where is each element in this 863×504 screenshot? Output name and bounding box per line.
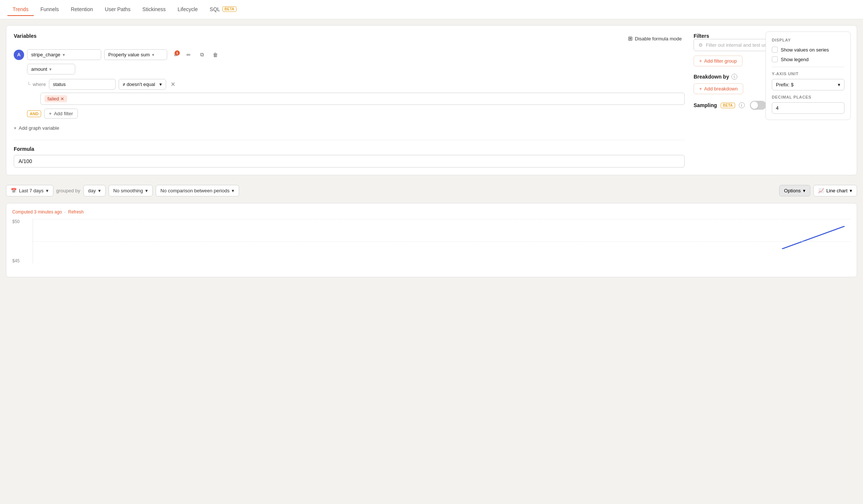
- show-legend-checkbox-row[interactable]: Show legend: [772, 56, 844, 62]
- add-filter-plus-icon: +: [49, 111, 52, 116]
- filter-notification-dot: 1: [175, 50, 180, 56]
- options-chevron-icon: ▾: [803, 188, 806, 193]
- event-selector[interactable]: stripe_charge ▾: [27, 49, 101, 60]
- y-label-bottom: $45: [12, 258, 31, 263]
- variables-title: Variables: [14, 33, 37, 39]
- remove-tag-icon[interactable]: ✕: [60, 96, 64, 102]
- nav-item-lifecycle[interactable]: Lifecycle: [172, 3, 203, 16]
- property-chevron-icon: ▾: [49, 67, 52, 72]
- chart-type-button[interactable]: 📈 Line chart ▾: [813, 185, 857, 196]
- where-section: └ where ≠ doesn't equal ▾ ✕ failed ✕: [27, 79, 685, 105]
- variable-a-badge: A: [14, 50, 24, 60]
- add-filter-group-button[interactable]: + Add filter group: [694, 56, 743, 66]
- y-axis-labels: $50 $45: [12, 219, 31, 263]
- chart-plot: [33, 219, 851, 263]
- nav-item-user-paths[interactable]: User Paths: [100, 3, 136, 16]
- add-graph-plus-icon: +: [14, 125, 17, 131]
- decimal-places-label: DECIMAL PLACES: [772, 95, 844, 99]
- display-divider: [772, 67, 844, 67]
- smoothing-button[interactable]: No smoothing ▾: [109, 185, 153, 196]
- main-panel: Variables ⊞ Disable formula mode A strip…: [6, 25, 857, 175]
- y-axis-unit-label: Y-AXIS UNIT: [772, 72, 844, 76]
- top-navigation: Trends Funnels Retention User Paths Stic…: [0, 0, 863, 19]
- formula-section: Formula: [14, 140, 685, 168]
- filter-key-input[interactable]: [49, 79, 116, 90]
- delete-icon-button[interactable]: 🗑: [210, 50, 221, 60]
- trash-icon: 🗑: [213, 52, 218, 58]
- add-breakdown-button[interactable]: + Add breakdown: [694, 83, 743, 94]
- filter-values-row: failed ✕: [40, 93, 685, 105]
- group-period-button[interactable]: day ▾: [83, 185, 106, 196]
- show-values-checkbox-row[interactable]: Show values on series: [772, 47, 844, 53]
- show-legend-checkbox[interactable]: [772, 56, 778, 62]
- group-period-chevron-icon: ▾: [98, 188, 101, 193]
- aggregation-selector[interactable]: Property value sum ▾: [104, 49, 167, 60]
- chart-area: Computed 3 minutes ago · Refresh $50 $45: [6, 203, 857, 277]
- show-values-checkbox[interactable]: [772, 47, 778, 53]
- breakdown-info-icon[interactable]: i: [731, 74, 737, 80]
- filter-value-tag: failed ✕: [44, 95, 67, 102]
- display-panel-title: DISPLAY: [772, 38, 844, 42]
- add-group-plus-icon: +: [699, 58, 702, 64]
- formula-title: Formula: [14, 146, 34, 152]
- filter-op-selector[interactable]: ≠ doesn't equal ▾: [119, 79, 166, 90]
- filter-values-box: failed ✕: [40, 93, 685, 105]
- display-panel: DISPLAY Show values on series Show legen…: [766, 32, 851, 120]
- chart-container: $50 $45: [12, 219, 851, 263]
- sampling-beta-badge: BETA: [721, 103, 735, 108]
- duplicate-icon-button[interactable]: ⧉: [197, 50, 207, 60]
- sampling-toggle[interactable]: [750, 101, 766, 110]
- y-axis-chevron-icon: ▾: [838, 82, 840, 87]
- nav-item-stickiness[interactable]: Stickiness: [137, 3, 171, 16]
- line-chart-icon: 📈: [818, 188, 824, 193]
- smoothing-chevron-icon: ▾: [145, 188, 148, 193]
- options-button[interactable]: Options ▾: [779, 185, 810, 196]
- grid-line-top: [33, 219, 851, 219]
- y-label-top: $50: [12, 219, 31, 224]
- filter-op-chevron-icon: ▾: [159, 82, 162, 87]
- add-graph-variable-button[interactable]: + Add graph variable: [14, 122, 59, 134]
- formula-mode-icon: ⊞: [628, 35, 633, 42]
- nav-item-trends[interactable]: Trends: [7, 3, 34, 16]
- nav-item-funnels[interactable]: Funnels: [35, 3, 64, 16]
- refresh-link[interactable]: Refresh: [68, 209, 84, 215]
- pencil-icon: ✏: [186, 52, 191, 58]
- nav-item-sql[interactable]: SQL BETA: [205, 3, 242, 16]
- where-row: └ where ≠ doesn't equal ▾ ✕: [27, 79, 685, 90]
- filters-title: Filters: [694, 33, 709, 39]
- decimal-places-input[interactable]: [772, 102, 844, 114]
- and-badge: AND: [27, 110, 41, 117]
- formula-input[interactable]: [14, 155, 685, 168]
- calendar-icon: 📅: [11, 188, 17, 193]
- date-range-chevron-icon: ▾: [46, 188, 49, 193]
- comparison-chevron-icon: ▾: [232, 188, 234, 193]
- grid-line-mid: [33, 241, 851, 242]
- sql-beta-badge: BETA: [222, 6, 237, 12]
- grouped-by-label: grouped by: [56, 188, 80, 193]
- add-breakdown-plus-icon: +: [699, 86, 702, 92]
- y-axis-unit-selector[interactable]: Prefix: $ ▾: [772, 79, 844, 90]
- computed-text: Computed 3 minutes ago · Refresh: [12, 209, 851, 215]
- sampling-info-icon[interactable]: i: [739, 102, 745, 108]
- remove-where-button[interactable]: ✕: [169, 80, 177, 89]
- filter-icon-button[interactable]: ≡ 1: [170, 50, 181, 60]
- filter-gear-icon: ⚙: [698, 42, 703, 48]
- copy-icon: ⧉: [200, 52, 204, 58]
- property-row: amount ▾: [27, 64, 685, 74]
- date-range-button[interactable]: 📅 Last 7 days ▾: [6, 185, 53, 196]
- bottom-toolbar: 📅 Last 7 days ▾ grouped by day ▾ No smoo…: [6, 181, 857, 200]
- sampling-toggle-knob: [751, 102, 758, 109]
- aggregation-chevron-icon: ▾: [152, 52, 154, 57]
- edit-icon-button[interactable]: ✏: [183, 50, 194, 60]
- comparison-button[interactable]: No comparison between periods ▾: [156, 185, 239, 196]
- event-chevron-icon: ▾: [63, 52, 65, 57]
- where-indent-icon: └ where: [27, 82, 46, 87]
- add-filter-button[interactable]: + Add filter: [44, 109, 78, 119]
- variables-section: Variables ⊞ Disable formula mode A strip…: [14, 33, 685, 168]
- nav-item-retention[interactable]: Retention: [66, 3, 98, 16]
- variable-a-row: A stripe_charge ▾ Property value sum ▾ ≡…: [14, 49, 685, 60]
- property-selector[interactable]: amount ▾: [27, 64, 75, 74]
- chart-type-chevron-icon: ▾: [850, 188, 852, 193]
- disable-formula-mode-button[interactable]: ⊞ Disable formula mode: [625, 34, 685, 43]
